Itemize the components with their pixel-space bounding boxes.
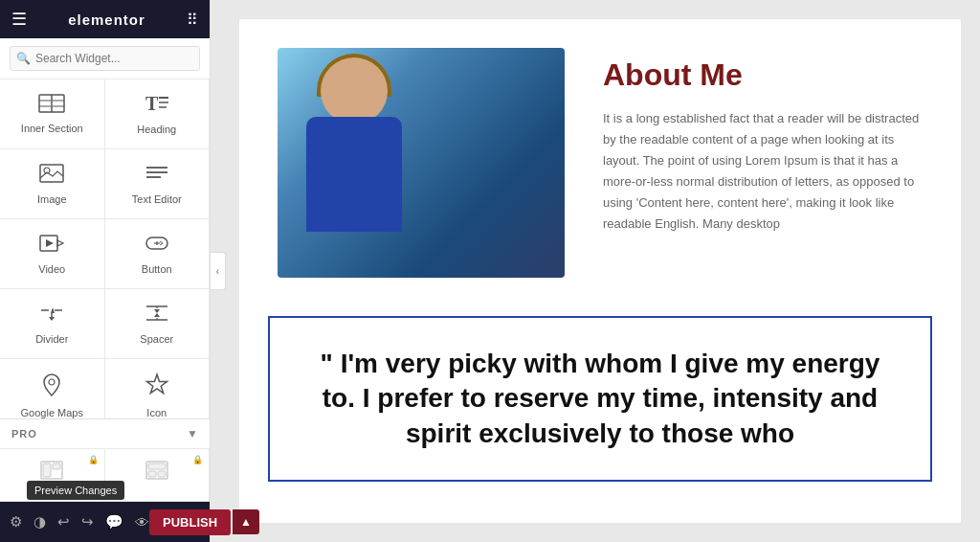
video-icon [38, 233, 65, 258]
theme-icon[interactable]: ◑ [33, 513, 46, 531]
widget-heading[interactable]: T Heading [105, 79, 211, 149]
lock-icon-1: 🔒 [88, 455, 99, 464]
divider-icon [38, 303, 65, 327]
sidebar: ☰ elementor ⠿ 🔍 Inner Section [0, 0, 211, 542]
svg-marker-29 [154, 309, 160, 313]
widget-icon-label: Icon [146, 407, 167, 418]
collapse-icon: ‹ [216, 266, 219, 277]
search-icon: 🔍 [16, 52, 31, 65]
grid-icon[interactable]: ⠿ [187, 11, 198, 29]
svg-text:T: T [145, 93, 159, 114]
settings-icon[interactable]: ⚙ [10, 513, 22, 531]
svg-marker-24 [49, 317, 55, 321]
pro-chevron-icon: ▼ [187, 427, 198, 440]
publish-arrow-button[interactable]: ▲ [233, 509, 259, 534]
widget-divider[interactable]: Divider [0, 289, 105, 359]
widget-grid: Inner Section T Heading [0, 79, 210, 419]
svg-marker-16 [57, 240, 63, 246]
widget-image[interactable]: Image [0, 149, 105, 219]
text-editor-icon [144, 163, 170, 188]
widget-inner-section-label: Inner Section [21, 123, 83, 134]
pro-section[interactable]: PRO ▼ [0, 419, 210, 449]
inner-section-icon [38, 94, 65, 117]
quote-section: " I'm very picky with whom I give my ene… [268, 316, 932, 482]
widget-divider-label: Divider [35, 333, 68, 345]
widget-inner-section[interactable]: Inner Section [0, 79, 105, 149]
search-input[interactable] [10, 46, 200, 71]
widget-google-maps[interactable]: Google Maps [0, 359, 105, 419]
sidebar-footer: ⚙ ◑ ↩ ↪ 💬 👁 PUBLISH ▲ Preview Changes [0, 502, 210, 542]
search-bar: 🔍 [0, 38, 210, 79]
main-content: ‹ About Me It is a long established fact… [211, 0, 980, 542]
svg-rect-38 [158, 471, 166, 477]
quote-text: " I'm very picky with whom I give my ene… [308, 347, 892, 451]
elementor-logo: elementor [68, 11, 145, 28]
history-icon[interactable]: 💬 [105, 513, 123, 531]
sidebar-header: ☰ elementor ⠿ [0, 0, 210, 38]
widget-heading-label: Heading [137, 124, 176, 135]
widget-button[interactable]: Button [105, 219, 211, 289]
button-icon [144, 233, 170, 258]
image-icon [38, 163, 65, 188]
lock-icon-2: 🔒 [192, 455, 203, 464]
widget-spacer[interactable]: Spacer [105, 289, 211, 359]
svg-rect-34 [53, 463, 60, 469]
pro-label: PRO [11, 428, 37, 440]
widget-text-editor-label: Text Editor [132, 193, 182, 205]
svg-rect-33 [43, 463, 51, 477]
preview-icon[interactable]: 👁 [135, 514, 149, 531]
pro-widget-icon-2 [145, 461, 168, 485]
svg-rect-37 [148, 471, 156, 477]
svg-marker-17 [46, 239, 54, 247]
map-icon [38, 373, 65, 401]
widget-spacer-label: Spacer [140, 333, 173, 345]
spacer-icon [144, 303, 170, 327]
widget-text-editor[interactable]: Text Editor [105, 149, 211, 219]
widget-google-maps-label: Google Maps [21, 407, 83, 418]
widget-video-label: Video [38, 263, 65, 275]
about-title: About Me [603, 57, 923, 93]
svg-point-31 [49, 379, 55, 385]
person-head [321, 57, 388, 124]
person-body [306, 117, 402, 232]
widget-icon[interactable]: Icon [105, 359, 211, 419]
heading-icon: T [144, 93, 170, 118]
about-description: It is a long established fact that a rea… [603, 108, 923, 236]
widget-image-label: Image [37, 193, 67, 205]
undo-icon[interactable]: ↩ [57, 513, 70, 531]
widget-video[interactable]: Video [0, 219, 105, 289]
about-text: About Me It is a long established fact t… [603, 48, 923, 236]
hamburger-icon[interactable]: ☰ [11, 9, 27, 30]
svg-marker-22 [51, 307, 55, 313]
collapse-sidebar-button[interactable]: ‹ [211, 252, 226, 290]
publish-button[interactable]: PUBLISH [149, 509, 231, 535]
preview-tooltip: Preview Changes [27, 481, 124, 500]
svg-rect-36 [148, 463, 166, 469]
footer-icons: ⚙ ◑ ↩ ↪ 💬 👁 [10, 513, 149, 531]
about-section: About Me It is a long established fact t… [239, 19, 961, 306]
about-photo [278, 48, 565, 278]
svg-marker-30 [154, 313, 160, 317]
page-canvas: About Me It is a long established fact t… [239, 19, 961, 523]
widget-button-label: Button [142, 263, 172, 275]
icon-icon [144, 373, 170, 401]
redo-icon[interactable]: ↪ [81, 513, 94, 531]
